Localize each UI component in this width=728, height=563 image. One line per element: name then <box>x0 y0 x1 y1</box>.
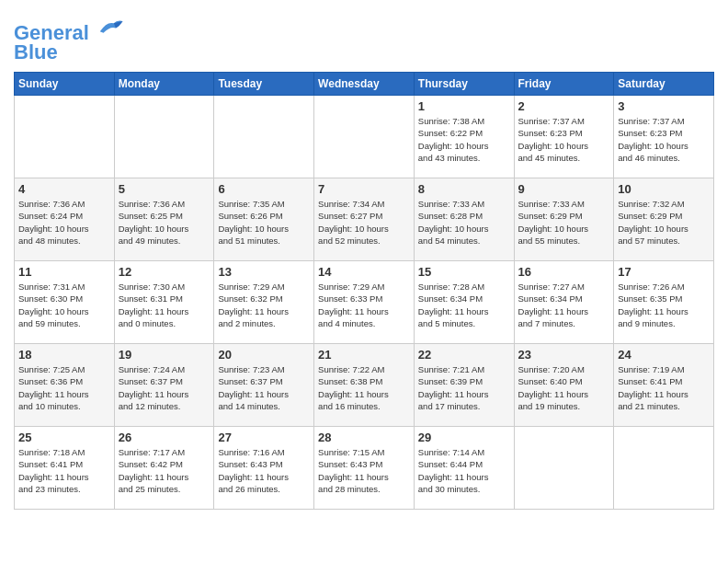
calendar-week-row: 11Sunrise: 7:31 AM Sunset: 6:30 PM Dayli… <box>15 261 714 344</box>
calendar-cell: 28Sunrise: 7:15 AM Sunset: 6:43 PM Dayli… <box>314 427 415 510</box>
calendar-cell: 13Sunrise: 7:29 AM Sunset: 6:32 PM Dayli… <box>214 261 314 344</box>
day-info: Sunrise: 7:21 AM Sunset: 6:39 PM Dayligh… <box>418 363 510 412</box>
calendar-cell: 10Sunrise: 7:32 AM Sunset: 6:29 PM Dayli… <box>614 178 714 261</box>
day-number: 1 <box>418 99 510 113</box>
calendar-cell: 21Sunrise: 7:22 AM Sunset: 6:38 PM Dayli… <box>314 344 415 427</box>
day-number: 10 <box>618 182 710 196</box>
day-number: 19 <box>119 348 210 362</box>
day-info: Sunrise: 7:22 AM Sunset: 6:38 PM Dayligh… <box>318 363 410 412</box>
day-info: Sunrise: 7:36 AM Sunset: 6:24 PM Dayligh… <box>18 198 110 247</box>
day-info: Sunrise: 7:32 AM Sunset: 6:29 PM Dayligh… <box>618 198 710 247</box>
calendar-cell: 25Sunrise: 7:18 AM Sunset: 6:41 PM Dayli… <box>15 427 115 510</box>
day-number: 28 <box>318 431 410 444</box>
day-number: 15 <box>418 265 510 279</box>
calendar-week-row: 25Sunrise: 7:18 AM Sunset: 6:41 PM Dayli… <box>15 427 714 510</box>
calendar-table: SundayMondayTuesdayWednesdayThursdayFrid… <box>14 72 714 510</box>
calendar-cell: 18Sunrise: 7:25 AM Sunset: 6:36 PM Dayli… <box>15 344 115 427</box>
day-number: 8 <box>418 182 510 196</box>
day-number: 23 <box>518 348 610 362</box>
day-number: 11 <box>18 265 110 279</box>
day-number: 27 <box>218 431 310 444</box>
calendar-cell: 20Sunrise: 7:23 AM Sunset: 6:37 PM Dayli… <box>214 344 314 427</box>
calendar-week-row: 18Sunrise: 7:25 AM Sunset: 6:36 PM Dayli… <box>15 344 714 427</box>
calendar-cell: 14Sunrise: 7:29 AM Sunset: 6:33 PM Dayli… <box>314 261 415 344</box>
weekday-header-cell: Saturday <box>614 73 714 96</box>
calendar-cell <box>514 427 614 510</box>
calendar-cell <box>15 96 115 178</box>
logo-blue: Blue <box>14 40 124 64</box>
calendar-cell: 24Sunrise: 7:19 AM Sunset: 6:41 PM Dayli… <box>614 344 714 427</box>
calendar-cell: 22Sunrise: 7:21 AM Sunset: 6:39 PM Dayli… <box>414 344 514 427</box>
weekday-header-cell: Tuesday <box>214 73 314 96</box>
weekday-header-cell: Thursday <box>414 73 514 96</box>
day-number: 13 <box>218 265 310 279</box>
day-info: Sunrise: 7:29 AM Sunset: 6:32 PM Dayligh… <box>218 281 310 329</box>
day-info: Sunrise: 7:38 AM Sunset: 6:22 PM Dayligh… <box>418 115 510 164</box>
day-info: Sunrise: 7:14 AM Sunset: 6:44 PM Dayligh… <box>418 446 510 495</box>
calendar-cell: 1Sunrise: 7:38 AM Sunset: 6:22 PM Daylig… <box>414 96 514 178</box>
day-number: 25 <box>18 431 110 444</box>
day-info: Sunrise: 7:34 AM Sunset: 6:27 PM Dayligh… <box>318 198 410 247</box>
calendar-cell <box>614 427 714 510</box>
weekday-header-cell: Friday <box>514 73 614 96</box>
day-info: Sunrise: 7:36 AM Sunset: 6:25 PM Dayligh… <box>119 198 210 247</box>
day-number: 21 <box>318 348 410 362</box>
day-number: 17 <box>618 265 710 279</box>
calendar-cell <box>114 96 214 178</box>
weekday-header-cell: Monday <box>114 73 214 96</box>
day-info: Sunrise: 7:25 AM Sunset: 6:36 PM Dayligh… <box>18 363 110 412</box>
day-info: Sunrise: 7:20 AM Sunset: 6:40 PM Dayligh… <box>518 363 610 412</box>
day-number: 3 <box>618 99 710 113</box>
day-info: Sunrise: 7:33 AM Sunset: 6:28 PM Dayligh… <box>418 198 510 247</box>
day-number: 9 <box>518 182 610 196</box>
day-number: 2 <box>518 99 610 113</box>
day-info: Sunrise: 7:24 AM Sunset: 6:37 PM Dayligh… <box>119 363 210 412</box>
logo: General Blue <box>14 17 124 64</box>
weekday-header-row: SundayMondayTuesdayWednesdayThursdayFrid… <box>15 73 714 96</box>
day-info: Sunrise: 7:29 AM Sunset: 6:33 PM Dayligh… <box>318 281 410 329</box>
day-number: 14 <box>318 265 410 279</box>
calendar-cell: 17Sunrise: 7:26 AM Sunset: 6:35 PM Dayli… <box>614 261 714 344</box>
day-info: Sunrise: 7:15 AM Sunset: 6:43 PM Dayligh… <box>318 446 410 495</box>
calendar-cell: 11Sunrise: 7:31 AM Sunset: 6:30 PM Dayli… <box>15 261 115 344</box>
calendar-cell: 12Sunrise: 7:30 AM Sunset: 6:31 PM Dayli… <box>114 261 214 344</box>
calendar-cell: 29Sunrise: 7:14 AM Sunset: 6:44 PM Dayli… <box>414 427 514 510</box>
day-info: Sunrise: 7:17 AM Sunset: 6:42 PM Dayligh… <box>119 446 210 495</box>
calendar-cell: 15Sunrise: 7:28 AM Sunset: 6:34 PM Dayli… <box>414 261 514 344</box>
day-info: Sunrise: 7:26 AM Sunset: 6:35 PM Dayligh… <box>618 281 710 329</box>
day-number: 29 <box>418 431 510 444</box>
day-info: Sunrise: 7:27 AM Sunset: 6:34 PM Dayligh… <box>518 281 610 329</box>
calendar-cell: 7Sunrise: 7:34 AM Sunset: 6:27 PM Daylig… <box>314 178 415 261</box>
calendar-week-row: 4Sunrise: 7:36 AM Sunset: 6:24 PM Daylig… <box>15 178 714 261</box>
day-info: Sunrise: 7:37 AM Sunset: 6:23 PM Dayligh… <box>618 115 710 164</box>
calendar-cell: 3Sunrise: 7:37 AM Sunset: 6:23 PM Daylig… <box>614 96 714 178</box>
calendar-cell: 16Sunrise: 7:27 AM Sunset: 6:34 PM Dayli… <box>514 261 614 344</box>
calendar-cell: 6Sunrise: 7:35 AM Sunset: 6:26 PM Daylig… <box>214 178 314 261</box>
day-info: Sunrise: 7:37 AM Sunset: 6:23 PM Dayligh… <box>518 115 610 164</box>
day-info: Sunrise: 7:33 AM Sunset: 6:29 PM Dayligh… <box>518 198 610 247</box>
calendar-cell: 19Sunrise: 7:24 AM Sunset: 6:37 PM Dayli… <box>114 344 214 427</box>
day-info: Sunrise: 7:23 AM Sunset: 6:37 PM Dayligh… <box>218 363 310 412</box>
calendar-cell: 4Sunrise: 7:36 AM Sunset: 6:24 PM Daylig… <box>15 178 115 261</box>
day-number: 5 <box>119 182 210 196</box>
calendar-cell: 9Sunrise: 7:33 AM Sunset: 6:29 PM Daylig… <box>514 178 614 261</box>
day-info: Sunrise: 7:19 AM Sunset: 6:41 PM Dayligh… <box>618 363 710 412</box>
calendar-cell: 5Sunrise: 7:36 AM Sunset: 6:25 PM Daylig… <box>114 178 214 261</box>
calendar-cell: 2Sunrise: 7:37 AM Sunset: 6:23 PM Daylig… <box>514 96 614 178</box>
day-number: 22 <box>418 348 510 362</box>
calendar-cell <box>314 96 415 178</box>
day-number: 26 <box>119 431 210 444</box>
day-number: 18 <box>18 348 110 362</box>
calendar-cell <box>214 96 314 178</box>
calendar-body: 1Sunrise: 7:38 AM Sunset: 6:22 PM Daylig… <box>15 96 714 510</box>
calendar-cell: 8Sunrise: 7:33 AM Sunset: 6:28 PM Daylig… <box>414 178 514 261</box>
weekday-header-cell: Sunday <box>15 73 115 96</box>
day-number: 24 <box>618 348 710 362</box>
calendar-cell: 27Sunrise: 7:16 AM Sunset: 6:43 PM Dayli… <box>214 427 314 510</box>
day-info: Sunrise: 7:31 AM Sunset: 6:30 PM Dayligh… <box>18 281 110 329</box>
calendar-cell: 26Sunrise: 7:17 AM Sunset: 6:42 PM Dayli… <box>114 427 214 510</box>
day-info: Sunrise: 7:16 AM Sunset: 6:43 PM Dayligh… <box>218 446 310 495</box>
logo-bird-icon <box>97 17 124 40</box>
day-number: 12 <box>119 265 210 279</box>
day-number: 4 <box>18 182 110 196</box>
